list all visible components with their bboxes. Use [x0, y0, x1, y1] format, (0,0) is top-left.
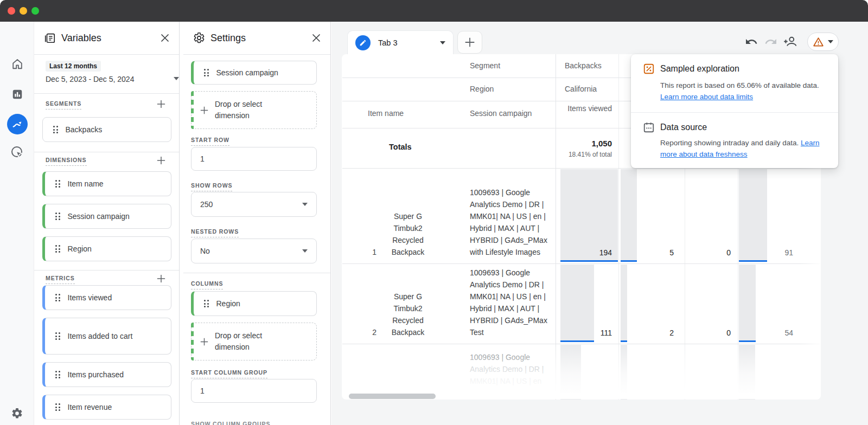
- date-range-preset: Last 12 months: [46, 61, 101, 72]
- metric-chip-items-added-to-cart[interactable]: Items added to cart: [42, 318, 171, 355]
- start-row-label: START ROW: [191, 137, 229, 146]
- drag-handle-icon: [55, 180, 60, 188]
- rows-drop-dimension-zone[interactable]: Drop or select dimension: [191, 91, 317, 129]
- nested-rows-select[interactable]: No: [191, 239, 317, 263]
- redo-button[interactable]: [764, 35, 778, 49]
- cell-value: 2: [669, 329, 674, 337]
- tab-label: Tab 3: [378, 38, 397, 47]
- person-add-icon: [783, 35, 797, 49]
- data-source-body: Reporting showing intraday and daily dat…: [660, 137, 835, 160]
- rows-dimension-chip-label: Session campaign: [216, 68, 278, 77]
- segments-label: SEGMENTS: [46, 100, 81, 110]
- cell-bar: [621, 169, 637, 262]
- add-tab-button[interactable]: [457, 31, 482, 54]
- data-limits-link[interactable]: Learn more about data limits: [660, 93, 753, 101]
- sampling-popover: Sampled exploration This report is based…: [631, 54, 838, 168]
- gear-icon: [193, 32, 205, 44]
- start-row-input[interactable]: 1: [191, 147, 317, 171]
- row-session-campaign: 1009693 | Google Analytics Demo | DR | M…: [470, 186, 552, 258]
- drag-handle-icon: [55, 294, 60, 301]
- tab-3[interactable]: Tab 3: [347, 30, 454, 54]
- nav-admin[interactable]: [0, 402, 34, 424]
- cell-value: 0: [726, 248, 731, 257]
- start-column-group-value: 1: [200, 387, 205, 395]
- sampled-percent-icon: [643, 63, 655, 75]
- region-row-value: California: [565, 85, 597, 93]
- totals-label: Totals: [389, 143, 412, 151]
- row-item-name: Super G Timbuk2 Recycled Backpack: [380, 210, 436, 258]
- metrics-label: METRICS: [46, 275, 75, 284]
- add-segment-button[interactable]: [155, 98, 168, 111]
- table-row[interactable]: 1 Super G Timbuk2 Recycled Backpack 1009…: [342, 168, 821, 263]
- explore-icon: [7, 114, 28, 134]
- dimensions-label: DIMENSIONS: [46, 157, 87, 166]
- table-row[interactable]: 2 Super G Timbuk2 Recycled Backpack 1009…: [342, 263, 821, 344]
- date-range-value: Dec 5, 2023 - Dec 5, 2024: [46, 75, 170, 83]
- nav-home[interactable]: [0, 53, 34, 75]
- dimension-chip-label: Item name: [68, 179, 104, 188]
- cell-bar: [560, 265, 594, 342]
- columns-dimension-chip[interactable]: Region: [191, 291, 317, 316]
- add-metric-button[interactable]: [155, 272, 168, 285]
- bottom-fade-overlay: [342, 344, 820, 399]
- cell-value: 194: [599, 248, 612, 257]
- tab-settings-panel: Settings Session campaign Drop or select…: [183, 22, 331, 425]
- bar-chart-icon: [11, 88, 23, 100]
- close-window-button[interactable]: [8, 7, 15, 15]
- dimension-chip-item-name[interactable]: Item name: [42, 171, 171, 196]
- column-header-item-name[interactable]: Item name: [368, 109, 404, 118]
- advertising-icon: [10, 145, 24, 159]
- macos-titlebar: [0, 0, 868, 22]
- show-column-groups-label: SHOW COLUMN GROUPS: [191, 421, 270, 425]
- nav-advertising[interactable]: [0, 141, 34, 163]
- region-row-label: Region: [470, 85, 494, 93]
- cell-bar: [621, 265, 627, 342]
- start-row-value: 1: [200, 154, 205, 163]
- zoom-window-button[interactable]: [31, 7, 39, 15]
- metric-chip-items-purchased[interactable]: Items purchased: [42, 362, 171, 387]
- data-source-body-text: Reporting showing intraday and daily dat…: [660, 139, 799, 147]
- undo-button[interactable]: [744, 35, 758, 49]
- drag-handle-icon: [204, 300, 209, 307]
- variables-panel-title: Variables: [61, 33, 155, 44]
- add-dimension-button[interactable]: [155, 154, 168, 167]
- gear-icon: [11, 407, 23, 420]
- drag-handle-icon: [55, 245, 60, 253]
- tab-menu-chevron-icon[interactable]: [440, 41, 445, 44]
- dimension-chip-session-campaign[interactable]: Session campaign: [42, 204, 171, 229]
- totals-share: 18.41% of total: [556, 151, 612, 158]
- dimension-chip-region[interactable]: Region: [42, 236, 171, 261]
- sampling-status-button[interactable]: [807, 33, 839, 51]
- metric-chip-items-viewed[interactable]: Items viewed: [42, 285, 171, 310]
- show-rows-select[interactable]: 250: [191, 192, 317, 217]
- left-nav-rail: [0, 22, 34, 425]
- drag-handle-icon: [55, 332, 60, 340]
- columns-drop-dimension-zone[interactable]: Drop or select dimension: [191, 323, 317, 360]
- share-button[interactable]: [783, 35, 797, 49]
- segment-chip-backpacks[interactable]: Backpacks: [42, 117, 171, 142]
- metric-chip-label: Items purchased: [68, 370, 124, 379]
- cell-value: 54: [784, 329, 793, 337]
- minimize-window-button[interactable]: [20, 7, 27, 15]
- horizontal-scrollbar[interactable]: [349, 394, 436, 399]
- cell-value: 0: [726, 329, 731, 337]
- nav-explore[interactable]: [0, 113, 34, 135]
- date-range-selector[interactable]: Last 12 months Dec 5, 2023 - Dec 5, 2024: [46, 61, 170, 83]
- metric-chip-label: Items added to cart: [68, 330, 149, 342]
- plus-icon: [200, 106, 208, 114]
- start-column-group-label: START COLUMN GROUP: [191, 369, 267, 378]
- nav-reports[interactable]: [0, 83, 34, 105]
- column-header-items-viewed[interactable]: Items viewed: [556, 103, 612, 114]
- close-variables-icon[interactable]: [161, 34, 169, 42]
- close-settings-icon[interactable]: [312, 34, 321, 42]
- segment-chip-label: Backpacks: [66, 125, 103, 134]
- rows-dimension-chip[interactable]: Session campaign: [191, 61, 317, 85]
- show-rows-value: 250: [200, 200, 213, 209]
- drag-handle-icon: [55, 403, 60, 411]
- start-column-group-input[interactable]: 1: [191, 379, 317, 403]
- metric-chip-item-revenue[interactable]: Item revenue: [42, 395, 171, 420]
- column-header-session-campaign[interactable]: Session campaign: [470, 109, 532, 118]
- drop-zone-label: Drop or select dimension: [215, 330, 285, 353]
- totals-items-viewed: 1,050: [556, 139, 612, 148]
- plus-icon: [464, 37, 475, 48]
